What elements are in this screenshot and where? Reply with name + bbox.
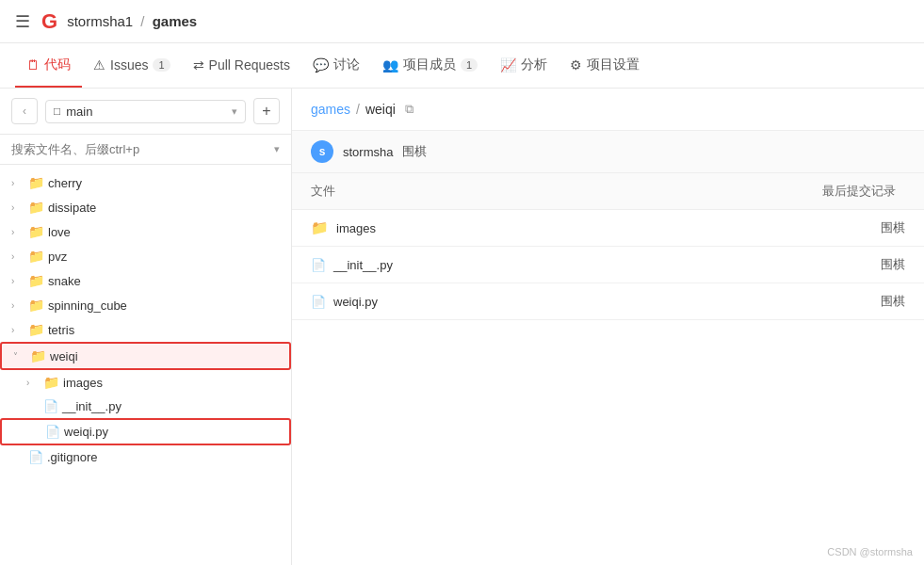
commit-message: 围棋 — [402, 143, 427, 160]
sidebar-toolbar: ‹ □ main ▾ + — [0, 89, 291, 135]
file-table: 文件 最后提交记录 📁 images 围棋 — [292, 173, 924, 320]
search-chevron-icon[interactable]: ▾ — [274, 143, 280, 155]
table-row[interactable]: 📁 images 围棋 — [292, 210, 924, 247]
tree-item-weiqi[interactable]: ˅ 📁 weiqi — [0, 342, 291, 370]
file-row-name[interactable]: 📄 __init__.py — [311, 258, 588, 272]
file-icon: 📄 — [28, 450, 43, 464]
issues-badge: 1 — [153, 58, 170, 72]
content-area: games / weiqi ⧉ s stormsha 围棋 文件 最后提交记录 — [292, 89, 924, 565]
copy-icon[interactable]: ⧉ — [405, 102, 413, 117]
tab-issues[interactable]: ⚠ Issues 1 — [82, 43, 182, 88]
chevron-icon: › — [11, 325, 24, 335]
folder-icon: 📁 — [43, 375, 59, 390]
file-name: __init__.py — [333, 258, 393, 272]
folder-label: spinning_cube — [48, 299, 280, 313]
tree-item-snake[interactable]: › 📁 snake — [0, 268, 291, 293]
tab-code-label: 代码 — [44, 56, 71, 73]
tree-item-weiqi-images[interactable]: › 📁 images — [0, 370, 291, 395]
analytics-icon: 📈 — [500, 57, 516, 73]
chevron-icon: › — [11, 202, 24, 213]
tab-analytics[interactable]: 📈 分析 — [489, 43, 559, 88]
file-icon: 📄 — [45, 425, 60, 439]
branch-icon: □ — [54, 105, 60, 118]
repo-name[interactable]: games — [153, 13, 198, 29]
hamburger-icon[interactable]: ☰ — [15, 11, 30, 32]
pulls-icon: ⇄ — [193, 57, 204, 73]
repo-path: stormsha1 / games — [67, 13, 197, 29]
folder-label: pvz — [48, 250, 280, 264]
tree-item-gitignore[interactable]: 📄 .gitignore — [0, 445, 291, 469]
file-commit: 围棋 — [607, 283, 924, 320]
branch-name: main — [66, 105, 226, 119]
tab-pulls-label: Pull Requests — [209, 57, 290, 73]
folder-icon: 📁 — [28, 224, 44, 239]
branch-chevron-icon: ▾ — [232, 105, 237, 118]
file-name: weiqi.py — [333, 295, 378, 309]
folder-label: cherry — [48, 176, 280, 190]
tab-discuss[interactable]: 💬 讨论 — [301, 43, 371, 88]
tree-item-weiqi-py[interactable]: 📄 weiqi.py — [0, 418, 291, 445]
file-icon: 📄 — [311, 295, 326, 309]
tab-settings[interactable]: ⚙ 项目设置 — [559, 43, 651, 88]
discuss-icon: 💬 — [313, 57, 329, 73]
chevron-icon: › — [11, 227, 24, 237]
chevron-icon: ˅ — [13, 351, 26, 362]
tree-item-spinning-cube[interactable]: › 📁 spinning_cube — [0, 293, 291, 317]
code-icon: 🗒 — [26, 57, 40, 73]
file-label: __init__.py — [62, 399, 280, 413]
tab-members[interactable]: 👥 项目成员 1 — [371, 43, 489, 88]
file-row-name[interactable]: 📄 weiqi.py — [311, 295, 588, 309]
file-icon: 📄 — [311, 258, 326, 272]
sidebar-back-button[interactable]: ‹ — [11, 98, 38, 124]
col-name: 文件 — [292, 173, 607, 210]
folder-icon: 📁 — [28, 200, 44, 215]
sidebar-add-button[interactable]: + — [253, 98, 280, 124]
settings-icon: ⚙ — [570, 57, 582, 73]
tree-item-love[interactable]: › 📁 love — [0, 219, 291, 244]
main-layout: ‹ □ main ▾ + ▾ › 📁 cherry › 📁 dissipat — [0, 89, 924, 565]
col-commit: 最后提交记录 — [607, 173, 924, 210]
chevron-icon: › — [11, 276, 24, 286]
chevron-icon: › — [11, 300, 24, 311]
file-label: .gitignore — [47, 450, 280, 464]
table-row[interactable]: 📄 weiqi.py 围棋 — [292, 283, 924, 320]
sidebar-search: ▾ — [0, 135, 291, 165]
breadcrumb-root[interactable]: games — [311, 102, 350, 117]
folder-icon: 📁 — [28, 273, 44, 288]
search-input[interactable] — [11, 142, 268, 156]
branch-selector[interactable]: □ main ▾ — [45, 100, 246, 123]
folder-icon: 📁 — [28, 322, 44, 337]
chevron-icon: › — [26, 378, 40, 388]
file-commit: 围棋 — [607, 247, 924, 283]
folder-label: love — [48, 225, 280, 239]
path-separator: / — [140, 13, 144, 29]
members-icon: 👥 — [382, 57, 398, 73]
tree-item-weiqi-init[interactable]: 📄 __init__.py — [0, 395, 291, 418]
avatar: s — [311, 140, 333, 163]
commit-info: s stormsha 围棋 — [292, 131, 924, 173]
tab-issues-label: Issues — [110, 57, 148, 73]
folder-label: weiqi — [50, 349, 278, 363]
sidebar: ‹ □ main ▾ + ▾ › 📁 cherry › 📁 dissipat — [0, 89, 292, 565]
table-row[interactable]: 📄 __init__.py 围棋 — [292, 247, 924, 283]
file-label: weiqi.py — [64, 425, 278, 439]
logo-icon: G — [41, 9, 57, 34]
tab-members-label: 项目成员 — [403, 56, 456, 73]
file-icon: 📄 — [43, 399, 58, 413]
tab-code[interactable]: 🗒 代码 — [15, 43, 82, 88]
members-badge: 1 — [461, 58, 478, 72]
commit-author[interactable]: stormsha — [343, 145, 393, 159]
folder-icon: 📁 — [28, 298, 44, 313]
repo-owner[interactable]: stormsha1 — [67, 13, 133, 29]
tab-pulls[interactable]: ⇄ Pull Requests — [182, 43, 301, 88]
folder-icon: 📁 — [311, 219, 329, 236]
chevron-icon: › — [11, 178, 24, 188]
tree-item-pvz[interactable]: › 📁 pvz — [0, 244, 291, 268]
breadcrumb-current: weiqi — [365, 102, 396, 117]
file-row-name[interactable]: 📁 images — [311, 219, 588, 236]
nav-tabs: 🗒 代码 ⚠ Issues 1 ⇄ Pull Requests 💬 讨论 👥 项… — [0, 43, 924, 89]
breadcrumb: games / weiqi ⧉ — [292, 89, 924, 131]
tree-item-cherry[interactable]: › 📁 cherry — [0, 170, 291, 195]
tree-item-dissipate[interactable]: › 📁 dissipate — [0, 195, 291, 219]
tree-item-tetris[interactable]: › 📁 tetris — [0, 317, 291, 342]
